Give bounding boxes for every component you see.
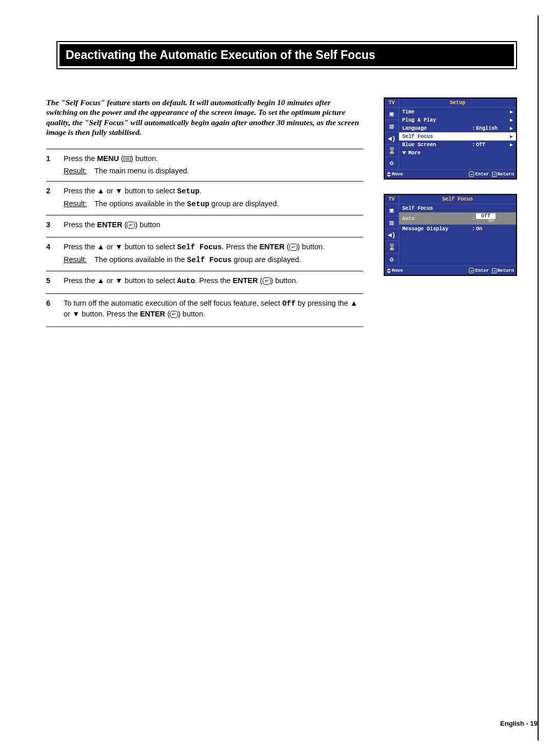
osd-menu-row: Time▶: [399, 108, 516, 116]
sound-icon: ◀): [385, 132, 399, 145]
page-title: Deactivating the Automatic Execution of …: [60, 44, 514, 66]
step-number: 1: [46, 153, 64, 176]
steps-list: 1 Press the MENU () button. Result: The …: [46, 149, 363, 328]
osd-menu-row: Plug & Play▶: [399, 116, 516, 124]
move-icon: [387, 268, 391, 273]
enter-icon: ↵: [469, 268, 474, 273]
right-column: TV Setup ▣ ▥ ◀) ⌛ ⚙ Time▶Plug & Play▶Lan…: [384, 97, 517, 327]
picture-icon: ▣: [385, 204, 399, 216]
enter-icon: ↵: [170, 311, 178, 318]
osd-footer: Move ↵Enter ▭Return: [385, 266, 516, 275]
step-number: 3: [46, 220, 64, 232]
result-label: Result:: [64, 254, 94, 265]
step-body: Press the ▲ or ▼ button to select Auto. …: [64, 275, 363, 288]
step-4: 4 Press the ▲ or ▼ button to select Self…: [46, 237, 363, 271]
bars-icon: ▥: [385, 120, 399, 132]
osd-rows: Time▶Plug & Play▶Language:English▶Self F…: [399, 108, 516, 169]
enter-icon: ↵: [469, 171, 474, 177]
setup-icon: ⚙: [385, 253, 399, 266]
clock-icon: ⌛: [385, 241, 399, 253]
osd-sidebar-icons: ▣ ▥ ◀) ⌛ ⚙: [385, 204, 399, 266]
return-icon: ▭: [492, 172, 496, 177]
step-number: 5: [46, 275, 64, 288]
enter-icon: ↵: [263, 277, 271, 285]
page-number: English - 19: [500, 720, 538, 727]
enter-icon: ↵: [289, 244, 298, 251]
step-number: 4: [46, 242, 64, 266]
columns: The "Self Focus" feature starts on defau…: [46, 97, 517, 327]
osd-selffocus-menu: TV Self Focus ▣ ▥ ◀) ⌛ ⚙ Self FocusAuto:…: [384, 194, 517, 276]
osd-menu-row: Language:English▶: [399, 124, 516, 132]
step-6: 6 To turn off the automatic execution of…: [46, 294, 363, 328]
osd-title: Setup: [399, 98, 516, 107]
osd-menu-row: Self Focus▶: [399, 132, 516, 141]
osd-menu-row: Message Display:On: [399, 225, 516, 233]
bars-icon: ▥: [385, 216, 399, 229]
osd-tv-label: TV: [385, 98, 399, 107]
left-column: The "Self Focus" feature starts on defau…: [46, 97, 363, 327]
osd-rows: Self FocusAuto:OffOnMessage Display:On: [399, 204, 516, 266]
picture-icon: ▣: [385, 108, 399, 120]
step-1: 1 Press the MENU () button. Result: The …: [46, 149, 363, 182]
osd-tv-label: TV: [385, 195, 399, 204]
result-label: Result:: [64, 198, 94, 209]
step-body: Press the MENU () button. Result: The ma…: [64, 153, 363, 176]
step-body: To turn off the automatic execution of t…: [64, 298, 363, 322]
enter-icon: ↵: [127, 222, 135, 229]
osd-title: Self Focus: [399, 195, 516, 204]
osd-menu-row: Auto:OffOn: [399, 212, 516, 225]
move-icon: [387, 172, 391, 177]
step-body: Press the ▲ or ▼ button to select Setup.…: [64, 186, 363, 210]
step-body: Press the ENTER (↵) button: [64, 220, 363, 232]
step-5: 5 Press the ▲ or ▼ button to select Auto…: [46, 271, 363, 294]
step-2: 2 Press the ▲ or ▼ button to select Setu…: [46, 182, 363, 215]
sound-icon: ◀): [385, 229, 399, 241]
step-number: 2: [46, 186, 64, 210]
step-number: 6: [46, 298, 64, 322]
step-body: Press the ▲ or ▼ button to select Self F…: [64, 242, 363, 266]
clock-icon: ⌛: [385, 145, 399, 157]
osd-menu-row: Self Focus: [399, 204, 516, 212]
return-icon: ▭: [492, 268, 496, 273]
setup-icon: ⚙: [385, 157, 399, 169]
step-3: 3 Press the ENTER (↵) button: [46, 215, 363, 237]
manual-page: Deactivating the Automatic Execution of …: [15, 15, 539, 741]
osd-menu-row: Blue Screen:Off▶: [399, 141, 516, 149]
osd-setup-menu: TV Setup ▣ ▥ ◀) ⌛ ⚙ Time▶Plug & Play▶Lan…: [384, 97, 517, 180]
intro-text: The "Self Focus" feature starts on defau…: [46, 97, 363, 137]
result-label: Result:: [64, 166, 94, 176]
osd-sidebar-icons: ▣ ▥ ◀) ⌛ ⚙: [385, 108, 399, 169]
menu-icon: [124, 156, 131, 162]
osd-menu-row: More: [399, 149, 516, 157]
osd-footer: Move ↵Enter ▭Return: [385, 169, 516, 178]
title-block: Deactivating the Automatic Execution of …: [56, 41, 517, 69]
